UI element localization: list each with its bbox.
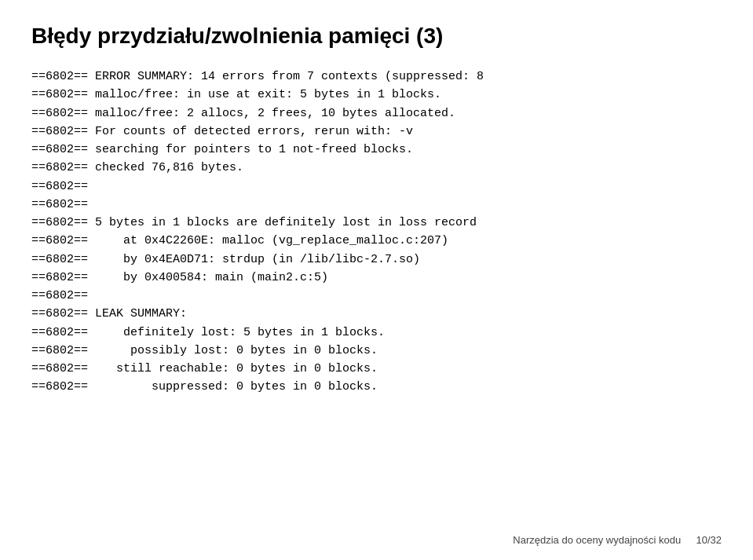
footer-text: Narzędzia do oceny wydajności kodu xyxy=(513,534,681,546)
code-block: ==6802== ERROR SUMMARY: 14 errors from 7… xyxy=(31,68,722,544)
page-container: Błędy przydziału/zwolnienia pamięci (3) … xyxy=(0,0,753,560)
footer-page: 10/32 xyxy=(696,534,722,546)
footer: Narzędzia do oceny wydajności kodu 10/32 xyxy=(513,534,722,546)
slide-title: Błędy przydziału/zwolnienia pamięci (3) xyxy=(31,24,722,49)
